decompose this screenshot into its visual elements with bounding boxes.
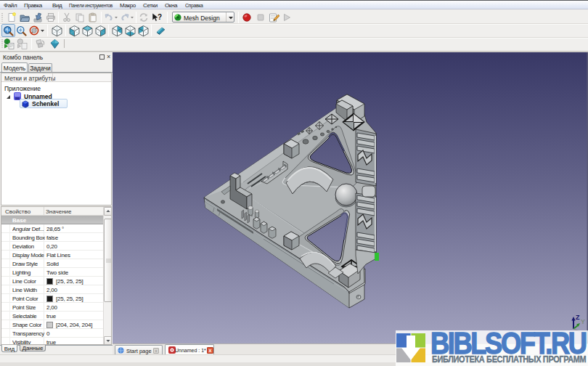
svg-text:?: ? [158,13,162,21]
svg-text:Y: Y [581,318,585,325]
svg-text:Z: Z [576,314,580,321]
